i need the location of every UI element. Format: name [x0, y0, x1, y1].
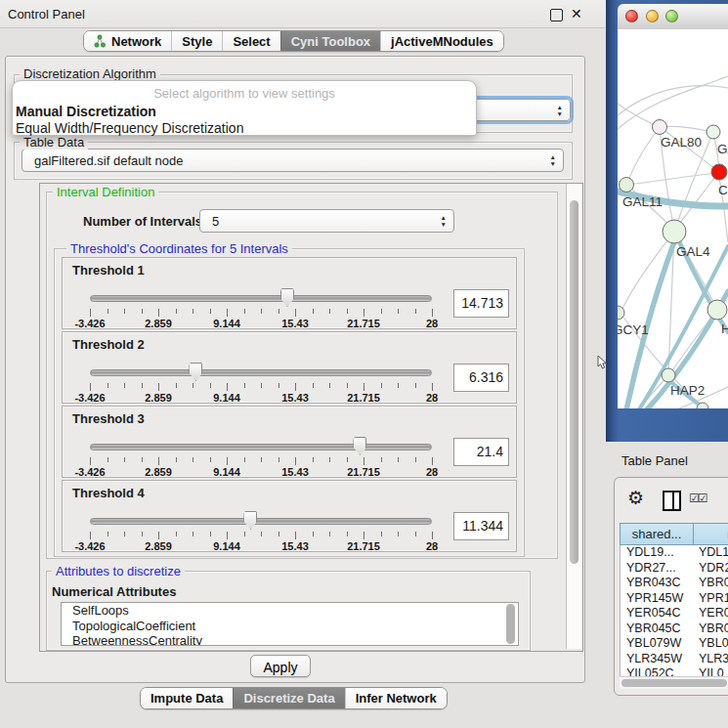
attribute-list-item[interactable]: TopologicalCoefficient	[62, 619, 518, 634]
network-node[interactable]	[707, 300, 727, 320]
threshold-slider[interactable]: -3.4262.8599.14415.4321.71528	[90, 510, 433, 551]
table-data-combobox[interactable]: galFiltered.sif default node ▲▼	[21, 149, 564, 172]
combo-spinner-icon[interactable]: ▲▼	[441, 214, 447, 229]
tab-infer-network[interactable]: Infer Network	[345, 688, 447, 708]
scrollbar-thumb[interactable]	[570, 200, 578, 564]
tick-label: -3.426	[74, 318, 105, 329]
cell-name[interactable]: YDL1	[694, 545, 728, 561]
table-row[interactable]: YPR145WYPR1	[621, 591, 728, 607]
network-window-titlebar[interactable]	[618, 4, 728, 30]
tab-select[interactable]: Select	[222, 31, 279, 51]
slider-track[interactable]	[90, 295, 432, 302]
vertical-scrollbar[interactable]	[566, 184, 581, 649]
cell-shared-name[interactable]: YBR045C	[621, 621, 694, 637]
cell-name[interactable]: YLR3	[694, 652, 728, 667]
tab-cyni-toolbox[interactable]: Cyni Toolbox	[280, 31, 380, 51]
slider-track[interactable]	[90, 444, 432, 450]
table-row[interactable]: YLR345WYLR3	[621, 652, 728, 667]
combo-spinner-icon[interactable]: ▲▼	[557, 103, 563, 117]
cell-shared-name[interactable]: YER054C	[621, 606, 694, 621]
cell-shared-name[interactable]: YDL19...	[621, 545, 694, 561]
network-node[interactable]	[662, 368, 675, 382]
table-row[interactable]: YDR27...YDR2	[621, 561, 728, 577]
tick-label: 21.715	[347, 318, 380, 329]
threshold-value-field[interactable]: 14.713	[453, 289, 509, 318]
dropdown-item-manual[interactable]: Manual Discretization	[13, 101, 476, 119]
attribute-list-item[interactable]: BetweennessCentrality	[62, 633, 518, 646]
apply-button[interactable]: Apply	[250, 655, 311, 677]
slider-track[interactable]	[90, 369, 432, 376]
cell-name[interactable]: YER0	[694, 606, 728, 621]
table-row[interactable]: YBR043CYBR0	[621, 576, 728, 591]
cell-name[interactable]: YDR2	[694, 561, 728, 577]
slider-thumb[interactable]	[353, 437, 366, 455]
cell-name[interactable]: YBR0	[694, 576, 728, 591]
slider-thumb[interactable]	[280, 288, 294, 307]
scrollbar-thumb[interactable]	[621, 679, 727, 687]
network-node[interactable]	[620, 178, 634, 193]
cell-shared-name[interactable]: YPR145W	[621, 591, 694, 607]
tab-jactivemnodules[interactable]: jActiveMNodules	[380, 31, 503, 51]
tab-label: Network	[111, 34, 161, 49]
num-intervals-combobox[interactable]: 5 ▲▼	[199, 209, 454, 233]
cell-name[interactable]: YBR0	[694, 621, 728, 637]
dropdown-item-equal-width[interactable]: Equal Width/Frequency Discretization	[13, 119, 476, 136]
cell-name[interactable]: YBL0	[694, 636, 728, 652]
network-node[interactable]	[663, 220, 686, 243]
slider-ticks	[90, 457, 433, 466]
table-row[interactable]: YIL052CYIL0	[621, 666, 728, 676]
gear-icon[interactable]: ⚙	[627, 487, 644, 509]
tab-style[interactable]: Style	[171, 31, 222, 51]
node-label: HAP2	[670, 383, 705, 398]
slider-tick-labels: -3.4262.8599.14415.4321.71528	[90, 318, 433, 329]
threshold-slider[interactable]: -3.4262.8599.14415.4321.71528	[90, 362, 433, 403]
cell-name[interactable]: YPR1	[694, 591, 728, 607]
float-window-icon[interactable]	[550, 9, 563, 21]
bottom-tabstrip: Impute Data Discretize Data Infer Networ…	[140, 687, 448, 709]
column-header[interactable]: na	[693, 523, 728, 545]
attribute-list-item[interactable]: SelfLoops	[62, 603, 518, 619]
table-row[interactable]: YER054CYER0	[621, 606, 728, 621]
table-panel-window: ⚙ ☑☑ shared...na YDL19...YDL1YDR27...YDR…	[614, 477, 728, 696]
thresholds-group: Threshold 1-3.4262.8599.14415.4321.71528…	[54, 248, 525, 557]
network-node[interactable]	[653, 120, 667, 135]
slider-track[interactable]	[90, 518, 432, 525]
close-traffic-light[interactable]	[625, 10, 638, 22]
threshold-value-field[interactable]: 6.316	[453, 364, 509, 392]
close-icon[interactable]: ✕	[571, 6, 582, 21]
column-header[interactable]: shared...	[620, 523, 693, 545]
numerical-attributes-list[interactable]: SelfLoopsTopologicalCoefficientBetweenne…	[61, 602, 519, 646]
algorithm-group-title: Discretization Algorithm	[20, 66, 160, 81]
table-row[interactable]: YBR045CYBR0	[621, 621, 728, 637]
horizontal-scrollbar[interactable]	[620, 676, 728, 689]
dropdown-placeholder-item[interactable]: Select algorithm to view settings	[13, 81, 476, 101]
cell-name[interactable]: YIL0	[694, 666, 728, 676]
network-edge	[618, 76, 728, 129]
table-row[interactable]: YBL079WYBL0	[621, 636, 728, 652]
tab-impute-data[interactable]: Impute Data	[141, 688, 233, 708]
column-layout-icon[interactable]	[663, 491, 681, 511]
network-node[interactable]	[707, 125, 720, 139]
minimize-traffic-light[interactable]	[646, 10, 659, 22]
table-body[interactable]: YDL19...YDL1YDR27...YDR2YBR043CYBR0YPR14…	[620, 545, 728, 676]
cell-shared-name[interactable]: YBL079W	[621, 636, 694, 652]
slider-thumb[interactable]	[243, 511, 257, 530]
table-row[interactable]: YDL19...YDL1	[621, 545, 728, 561]
tab-network[interactable]: Network	[84, 31, 171, 51]
threshold-value-field[interactable]: 11.344	[453, 512, 509, 540]
network-node[interactable]	[711, 164, 727, 180]
combo-spinner-icon[interactable]: ▲▼	[550, 153, 556, 168]
cell-shared-name[interactable]: YDR27...	[621, 561, 694, 577]
threshold-slider[interactable]: -3.4262.8599.14415.4321.71528	[90, 287, 433, 328]
cell-shared-name[interactable]: YLR345W	[621, 652, 694, 667]
network-canvas[interactable]: GAL80GACGAL11GAL4GCY1HHAP2	[618, 29, 728, 408]
zoom-traffic-light[interactable]	[665, 10, 678, 22]
slider-thumb[interactable]	[189, 363, 202, 381]
checkbox-icons[interactable]: ☑☑	[689, 492, 707, 505]
cell-shared-name[interactable]: YBR043C	[621, 576, 694, 591]
attributes-scrollbar-thumb[interactable]	[506, 604, 515, 644]
cell-shared-name[interactable]: YIL052C	[621, 666, 694, 676]
threshold-value-field[interactable]: 21.4	[453, 438, 509, 466]
tab-discretize-data[interactable]: Discretize Data	[233, 688, 344, 708]
threshold-slider[interactable]: -3.4262.8599.14415.4321.71528	[90, 436, 433, 477]
